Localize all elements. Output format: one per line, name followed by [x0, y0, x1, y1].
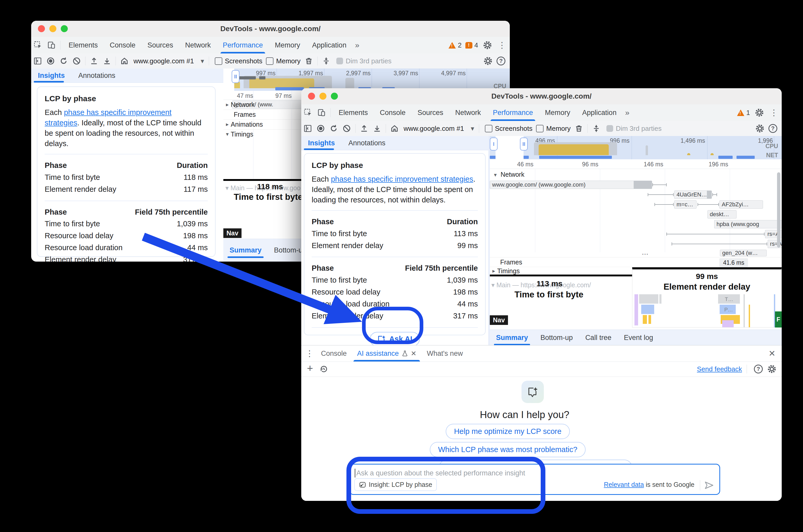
- tab-elements[interactable]: Elements: [62, 37, 104, 54]
- network-request[interactable]: gen_204 (w…: [720, 250, 767, 256]
- overflow-menu-icon[interactable]: ⋮: [766, 108, 782, 117]
- titlebar[interactable]: DevTools - www.google.com/: [31, 21, 510, 37]
- toggle-sidebar-icon[interactable]: [303, 123, 313, 134]
- profile-select[interactable]: www.google.com #1 ▾: [404, 125, 474, 133]
- tab-sources[interactable]: Sources: [142, 37, 179, 54]
- tab-annotations[interactable]: Annotations: [342, 136, 393, 150]
- tab-memory[interactable]: Memory: [269, 37, 306, 54]
- device-toolbar-icon[interactable]: [46, 40, 57, 50]
- relevant-data-link[interactable]: Relevant data: [604, 481, 644, 488]
- tab-bottom-up[interactable]: Bottom-up: [534, 330, 579, 345]
- tab-network[interactable]: Network: [449, 104, 487, 121]
- toggle-sidebar-icon[interactable]: [33, 56, 43, 66]
- network-request[interactable]: www.google.com/ (www.google.com): [490, 180, 652, 189]
- dim-3rd-parties-toggle[interactable]: [606, 125, 613, 132]
- suggestion-chip[interactable]: Which LCP phase was most problematic?: [430, 442, 586, 457]
- selection-handle[interactable]: II: [520, 137, 528, 151]
- drawer-tab-console[interactable]: Console: [316, 345, 352, 361]
- profile-select[interactable]: www.google.com #1 ▾: [133, 57, 204, 65]
- collapse-tracks-icon[interactable]: [591, 123, 601, 134]
- screenshots-checkbox[interactable]: [215, 57, 222, 65]
- download-profile-icon[interactable]: [372, 123, 382, 134]
- ask-ai-button[interactable]: Ask AI: [370, 332, 419, 346]
- settings-gear-icon[interactable]: [482, 40, 493, 50]
- device-toolbar-icon[interactable]: [316, 108, 327, 118]
- collect-garbage-icon[interactable]: [574, 123, 584, 134]
- tab-performance[interactable]: Performance: [217, 37, 269, 54]
- upload-profile-icon[interactable]: [89, 56, 99, 66]
- insight-context-chip[interactable]: Insight: LCP by phase: [354, 478, 437, 491]
- overflow-menu-icon[interactable]: ⋮: [494, 40, 510, 50]
- tab-summary[interactable]: Summary: [223, 243, 268, 258]
- network-track-label[interactable]: ▾ Network: [491, 171, 524, 178]
- settings-gear-icon[interactable]: [767, 364, 777, 374]
- selection-handle[interactable]: I: [490, 137, 498, 151]
- issues-count[interactable]: 4: [474, 41, 478, 49]
- network-request[interactable]: AF2bZyi…: [719, 200, 763, 209]
- close-drawer-icon[interactable]: ✕: [762, 348, 782, 358]
- home-icon[interactable]: [389, 123, 400, 134]
- settings-gear-icon[interactable]: [754, 108, 765, 118]
- tab-console[interactable]: Console: [374, 104, 412, 121]
- network-request[interactable]: deskt…: [708, 210, 736, 218]
- warning-icon[interactable]: !: [449, 42, 456, 49]
- caret-right-icon[interactable]: ▸: [492, 268, 495, 274]
- home-icon[interactable]: [119, 56, 130, 66]
- inspect-icon[interactable]: [303, 108, 313, 118]
- reload-record-icon[interactable]: [329, 123, 339, 134]
- close-tab-icon[interactable]: ✕: [411, 349, 417, 358]
- caret-right-icon[interactable]: ▸: [226, 121, 229, 128]
- collapse-tracks-icon[interactable]: [321, 56, 331, 66]
- download-profile-icon[interactable]: [102, 56, 112, 66]
- lcp-by-phase-card[interactable]: LCP by phase Each phase has specific imp…: [37, 87, 216, 257]
- suggestion-chip[interactable]: Help me optimize my LCP score: [446, 424, 570, 439]
- memory-checkbox[interactable]: [536, 125, 544, 132]
- ai-prompt-input[interactable]: Ask a question about the selected perfor…: [349, 464, 720, 495]
- help-icon[interactable]: ?: [496, 56, 506, 66]
- network-request[interactable]: m=c…: [674, 200, 696, 209]
- network-request[interactable]: 4UaGrEN…: [674, 190, 712, 199]
- titlebar[interactable]: DevTools - www.google.com/: [301, 88, 782, 104]
- improvement-strategies-link[interactable]: phase has specific improvement strategie…: [331, 175, 473, 183]
- send-icon[interactable]: [704, 480, 714, 491]
- warning-count[interactable]: 2: [458, 41, 461, 49]
- caret-down-icon[interactable]: ▾: [226, 131, 229, 137]
- more-tabs-icon[interactable]: »: [622, 108, 632, 117]
- memory-checkbox[interactable]: [266, 57, 273, 65]
- tab-application[interactable]: Application: [306, 37, 352, 54]
- vertical-scrollbar[interactable]: [777, 172, 780, 248]
- timeline-overview[interactable]: 496 ms 996 ms 1,496 ms 1,996 CPU NET: [490, 136, 782, 159]
- warning-count[interactable]: 1: [746, 109, 750, 117]
- more-tabs-icon[interactable]: »: [352, 41, 362, 50]
- tab-call-tree[interactable]: Call tree: [579, 330, 618, 345]
- clear-icon[interactable]: [342, 123, 352, 134]
- upload-profile-icon[interactable]: [359, 123, 369, 134]
- tab-sources[interactable]: Sources: [412, 104, 449, 121]
- collect-garbage-icon[interactable]: [304, 56, 314, 66]
- drawer-tab-whats-new[interactable]: What's new: [421, 345, 468, 361]
- tab-insights[interactable]: Insights: [31, 69, 72, 82]
- selection-handle[interactable]: II: [232, 70, 239, 83]
- screenshots-checkbox[interactable]: [485, 125, 492, 132]
- overview-selection[interactable]: [495, 136, 524, 159]
- tab-elements[interactable]: Elements: [333, 104, 374, 121]
- issues-icon[interactable]: !: [466, 42, 472, 49]
- capture-settings-gear-icon[interactable]: [483, 56, 493, 66]
- dim-3rd-parties-toggle[interactable]: [336, 58, 343, 64]
- timeline-overview[interactable]: 997 ms 1,997 ms 2,997 ms 3,997 ms 4,997 …: [223, 69, 510, 91]
- reload-record-icon[interactable]: [58, 56, 69, 66]
- network-request[interactable]: hpba (www.goog: [714, 220, 782, 228]
- caret-right-icon[interactable]: ▸: [226, 101, 229, 108]
- tab-memory[interactable]: Memory: [539, 104, 576, 121]
- help-icon[interactable]: ?: [753, 364, 764, 374]
- history-icon[interactable]: [319, 364, 329, 374]
- tab-event-log[interactable]: Event log: [618, 330, 659, 345]
- warning-icon[interactable]: !: [737, 110, 744, 116]
- tab-network[interactable]: Network: [179, 37, 217, 54]
- help-icon[interactable]: ?: [768, 123, 778, 134]
- inspect-icon[interactable]: [33, 40, 43, 50]
- send-feedback-link[interactable]: Send feedback: [697, 365, 742, 373]
- tab-annotations[interactable]: Annotations: [72, 69, 122, 82]
- tab-application[interactable]: Application: [576, 104, 622, 121]
- tab-performance[interactable]: Performance: [487, 104, 539, 121]
